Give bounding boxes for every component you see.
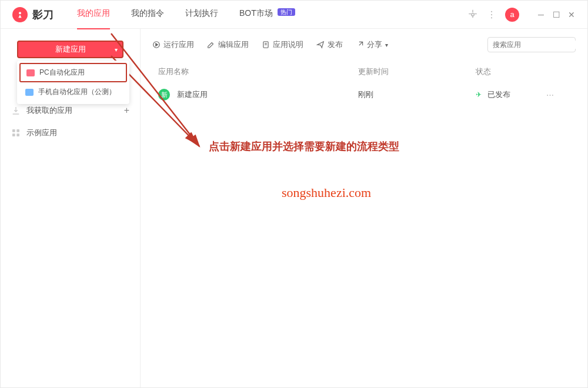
hot-badge: 热门	[278, 8, 295, 16]
play-icon	[152, 41, 161, 49]
new-app-button-label: 新建应用	[55, 44, 86, 55]
app-logo: 影刀	[12, 7, 54, 22]
search-box[interactable]	[487, 37, 576, 52]
nav-tabs: 我的应用 我的指令 计划执行 BOT市场 热门	[77, 8, 467, 21]
svg-rect-5	[12, 129, 15, 132]
toolbar-label: 编辑应用	[218, 39, 249, 50]
tab-bot-market-label: BOT市场	[239, 8, 273, 18]
svg-rect-8	[16, 133, 19, 136]
table-row[interactable]: 新 新建应用 刚刚 ✈ 已发布 ⋯	[152, 89, 576, 101]
col-header-time: 更新时间	[358, 66, 476, 77]
row-time: 刚刚	[358, 89, 476, 100]
header-actions: a ─ ☐ ✕	[467, 8, 576, 22]
svg-rect-7	[12, 133, 15, 136]
edit-icon	[207, 41, 215, 49]
close-button[interactable]: ✕	[567, 11, 576, 19]
tab-schedule[interactable]: 计划执行	[185, 8, 218, 21]
logo-icon	[12, 7, 28, 22]
window-controls: ─ ☐ ✕	[537, 11, 576, 19]
dropdown-mobile-label: 手机自动化应用（公测）	[38, 87, 116, 97]
toolbar: 运行应用 编辑应用 应用说明 发布 分享 ▾	[152, 37, 576, 52]
user-avatar[interactable]: a	[505, 8, 519, 22]
more-vertical-icon[interactable]	[486, 9, 497, 20]
row-app-name: 新建应用	[177, 89, 208, 100]
grid-icon	[11, 128, 21, 138]
app-name: 影刀	[32, 8, 54, 22]
main-content: 运行应用 编辑应用 应用说明 发布 分享 ▾	[141, 29, 587, 387]
mobile-icon	[25, 89, 34, 96]
search-input[interactable]	[493, 41, 581, 49]
minimize-button[interactable]: ─	[537, 11, 545, 19]
dropdown-pc-label: PC自动化应用	[39, 68, 85, 78]
row-more-button[interactable]: ⋯	[546, 91, 570, 99]
sidebar: 新建应用 ▾ PC自动化应用 手机自动化应用（公测） 我获取的应用 +	[1, 29, 141, 387]
publish-button[interactable]: 发布	[316, 39, 343, 50]
gear-icon[interactable]	[467, 9, 478, 20]
tab-my-apps[interactable]: 我的应用	[77, 8, 110, 21]
maximize-button[interactable]: ☐	[552, 11, 560, 19]
new-badge: 新	[158, 89, 170, 101]
toolbar-label: 发布	[328, 39, 343, 50]
toolbar-label: 应用说明	[273, 39, 303, 50]
chevron-down-icon: ▾	[115, 46, 118, 53]
send-icon	[316, 41, 325, 49]
document-icon	[262, 41, 270, 49]
svg-rect-6	[16, 129, 19, 132]
sidebar-item-label: 示例应用	[26, 128, 57, 138]
share-button[interactable]: 分享 ▾	[356, 39, 388, 50]
published-icon: ✈	[476, 91, 482, 99]
svg-point-4	[491, 17, 492, 18]
app-header: 影刀 我的应用 我的指令 计划执行 BOT市场 热门 a ─ ☐ ✕	[1, 1, 587, 29]
col-header-name: 应用名称	[158, 66, 358, 77]
svg-point-0	[19, 12, 21, 14]
tab-my-commands[interactable]: 我的指令	[131, 8, 164, 21]
row-status-label: 已发布	[487, 90, 510, 99]
download-icon	[11, 106, 21, 115]
svg-point-3	[491, 14, 492, 15]
pc-icon	[26, 69, 35, 76]
watermark: songshuhezi.com	[282, 185, 371, 200]
plus-icon[interactable]: +	[124, 105, 129, 116]
toolbar-label: 分享	[367, 39, 382, 50]
row-status: ✈ 已发布	[476, 89, 546, 100]
sidebar-item-example-apps[interactable]: 示例应用	[6, 122, 134, 144]
toolbar-label: 运行应用	[163, 39, 194, 50]
sidebar-item-label: 我获取的应用	[26, 105, 72, 116]
dropdown-pc-automation[interactable]: PC自动化应用	[19, 63, 127, 82]
share-icon	[356, 41, 364, 49]
table-header: 应用名称 更新时间 状态	[152, 66, 576, 77]
new-app-dropdown: PC自动化应用 手机自动化应用（公测）	[17, 61, 129, 104]
run-app-button[interactable]: 运行应用	[152, 39, 194, 50]
tab-bot-market[interactable]: BOT市场 热门	[239, 8, 295, 21]
edit-app-button[interactable]: 编辑应用	[207, 39, 249, 50]
new-app-button[interactable]: 新建应用 ▾	[17, 41, 123, 58]
app-desc-button[interactable]: 应用说明	[262, 39, 303, 50]
annotation-instruction: 点击新建应用并选择需要新建的流程类型	[209, 139, 399, 153]
col-header-status: 状态	[476, 66, 546, 77]
chevron-down-icon: ▾	[385, 42, 388, 48]
svg-point-2	[491, 11, 492, 12]
dropdown-mobile-automation[interactable]: 手机自动化应用（公测）	[17, 82, 129, 102]
